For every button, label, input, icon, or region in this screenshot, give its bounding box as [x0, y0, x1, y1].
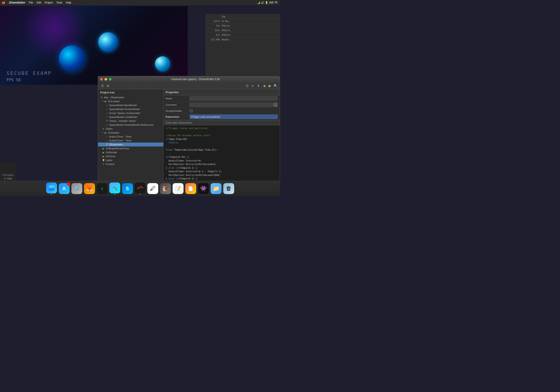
file-row-1[interactable]: 115 K FL Stu...	[206, 19, 280, 24]
toolbar-up-icon[interactable]: ⬆	[256, 84, 260, 88]
dock-item-finder[interactable]	[46, 182, 57, 195]
fps-display: FPS 58	[7, 78, 21, 82]
help-menu[interactable]: Help	[66, 1, 71, 4]
toolbar-add-icon[interactable]: ➕	[245, 84, 249, 88]
toolbar-project-tree-icon[interactable]: ☰	[100, 84, 105, 88]
code-line-10: Audio1Timer.Interval=0;	[166, 159, 278, 163]
backmodel-label: SpawnModel BackModel	[109, 104, 137, 107]
activity-icon	[135, 182, 146, 193]
sprite-icon: 👾	[198, 183, 209, 194]
dock-item-firefox[interactable]: 🦊	[84, 183, 95, 194]
props-comment-dots-button[interactable]: ...	[273, 103, 278, 107]
tree-item-content[interactable]: C Content	[98, 162, 163, 166]
props-name-input[interactable]	[190, 96, 278, 101]
dock-item-skype[interactable]: S	[122, 183, 133, 194]
code-editor-section: Code editor (Expression) //Trigger noise…	[163, 120, 280, 187]
tree-item-states[interactable]: S States	[98, 127, 163, 131]
file-row-2[interactable]: 9 K PNG-bi...	[206, 24, 280, 28]
appstore-badge: 1	[67, 182, 70, 186]
group-label: Group "Spawn circling balls"	[109, 112, 140, 114]
file-menu[interactable]: File	[29, 1, 33, 4]
dock-item-inkscape[interactable]: 🖊	[147, 183, 158, 194]
app-label: App : ZApplication	[104, 96, 124, 99]
game-sphere-1	[59, 45, 85, 71]
dock-item-xcode[interactable]: 🔨	[109, 182, 120, 195]
file-type-5: Wavfor...	[220, 38, 231, 41]
code-editor-body[interactable]: //Trigger noise and particles //Delay 10…	[163, 125, 280, 187]
toolbar-nav-next-icon[interactable]: ▶	[268, 84, 272, 88]
dock-item-scroll[interactable]: 🐌	[160, 183, 171, 194]
code-line-12: } else if(Temp1<0.1) {	[166, 166, 278, 170]
tree-item-zexpression[interactable]: Z ZExpression	[98, 142, 163, 146]
edit-menu[interactable]: Edit	[37, 1, 41, 4]
apple-menu[interactable]: 🍎	[2, 1, 5, 4]
app-menu[interactable]: ZGameEditor	[9, 1, 25, 4]
scrollermodel-icon: □	[105, 108, 109, 111]
tree-item-group[interactable]: □ Group "Spawn circling balls"	[98, 111, 163, 115]
finder-icon	[46, 182, 57, 193]
tree-item-onbeginrenderpass[interactable]: ▶ OnBeginRenderPass	[98, 146, 163, 150]
dock-item-pages[interactable]: 📄	[185, 183, 196, 194]
file-size-3: 33 K	[208, 29, 220, 32]
terminal-icon: $	[97, 183, 108, 194]
tree-item-temp1[interactable]: T Temp1 : Variable <float>	[98, 119, 163, 123]
dock-item-textedit[interactable]: 📝	[173, 183, 184, 194]
tools-menu[interactable]: Tools	[56, 1, 62, 4]
props-designdisable-label: DesignDisable	[166, 110, 190, 112]
file-row-5[interactable]: 10.1 MB Wavfor...	[206, 37, 280, 42]
tree-item-lights[interactable]: 💡 Lights	[98, 158, 163, 162]
file-row-3[interactable]: 33 K JPEG-b...	[206, 28, 280, 33]
onloaded-arrow: ▼	[102, 101, 104, 102]
dock-item-trash[interactable]: 🗑	[223, 183, 234, 194]
file-type-3: JPEG-b...	[220, 29, 232, 32]
toolbar-nav-prev-icon[interactable]: ◀	[262, 84, 266, 88]
tree-item-cubemodel[interactable]: □ SpawnModel CubeModel	[98, 115, 163, 119]
props-name-row: Name	[163, 95, 280, 102]
tree-item-onloaded[interactable]: ▼ ▶ OnLoaded	[98, 99, 163, 103]
code-line-9: if(Temp1<0.05) {	[166, 155, 278, 159]
dock-item-settings[interactable]: ⚙️	[71, 183, 82, 194]
tree-item-particlemodel[interactable]: □ SpawnModel ParticleModel (Reference)	[98, 123, 163, 127]
toolbar-remove-icon[interactable]: ✕	[250, 84, 255, 88]
dock-item-files[interactable]: 📁	[210, 183, 221, 194]
tree-item-audio1timer[interactable]: □ Audio1Timer : Timer	[98, 135, 163, 139]
zexpression-icon: Z	[105, 143, 109, 146]
tree-item-app[interactable]: A App : ZApplication	[98, 95, 163, 99]
onclose-icon: ▶	[102, 155, 105, 158]
minimize-button[interactable]	[105, 78, 107, 80]
onbeginrenderpass-icon: ▶	[102, 147, 105, 150]
dock-item-activity[interactable]	[135, 182, 146, 195]
close-button[interactable]	[100, 78, 103, 80]
toolbar-icon-2[interactable]: ⊞	[106, 84, 110, 88]
project-menu[interactable]: Project	[45, 1, 53, 4]
props-comment-row: Comment ...	[163, 102, 280, 108]
tree-item-audio2timer[interactable]: □ Audio2Timer : Timer	[98, 139, 163, 142]
filter-label: Filter	[7, 177, 12, 180]
dock-item-sprite[interactable]: 👾	[198, 183, 209, 194]
file-size-2: 9 K	[208, 24, 220, 27]
dock-item-terminal[interactable]: $	[97, 183, 108, 194]
tree-item-onrender[interactable]: ▶ OnRender	[98, 150, 163, 154]
filter-button[interactable]: ◎ Filter	[4, 177, 12, 180]
trash-icon: 🗑	[223, 183, 234, 194]
maximize-button[interactable]	[109, 78, 111, 80]
game-preview-window: SECUBE EXAMP FPS 58	[0, 6, 188, 85]
tree-item-onupdate[interactable]: ▼ ▶ OnUpdate	[98, 131, 163, 135]
props-expression-value[interactable]: //Trigger noise and particles	[190, 115, 278, 119]
toolbar-search-icon[interactable]: 🔍	[273, 84, 278, 88]
props-designdisable-checkbox[interactable]	[190, 109, 193, 112]
audio2timer-label: Audio2Timer : Timer	[109, 139, 132, 142]
tree-item-backmodel[interactable]: □ SpawnModel BackModel	[98, 103, 163, 107]
project-tree-header: Project tree	[98, 90, 163, 95]
tree-item-scrollermodel[interactable]: □ SpawnModel ScrollerModel	[98, 107, 163, 111]
code-line-5: return;	[166, 141, 278, 145]
dock-item-appstore[interactable]: A 1	[59, 183, 70, 194]
states-label: States	[106, 128, 113, 130]
tree-item-onclose[interactable]: ▶ OnClose	[98, 154, 163, 158]
tags-panel: ○ Alla taggar... ◎ Filter	[0, 162, 16, 181]
app-icon: A	[100, 96, 103, 99]
menubar-right: 🌙 🔊 🔋 WiFi 🔍	[257, 0, 278, 5]
content-icon: C	[102, 163, 105, 166]
props-comment-input[interactable]	[190, 103, 273, 107]
file-row-4[interactable]: 6 K JPEG-b...	[206, 33, 280, 37]
